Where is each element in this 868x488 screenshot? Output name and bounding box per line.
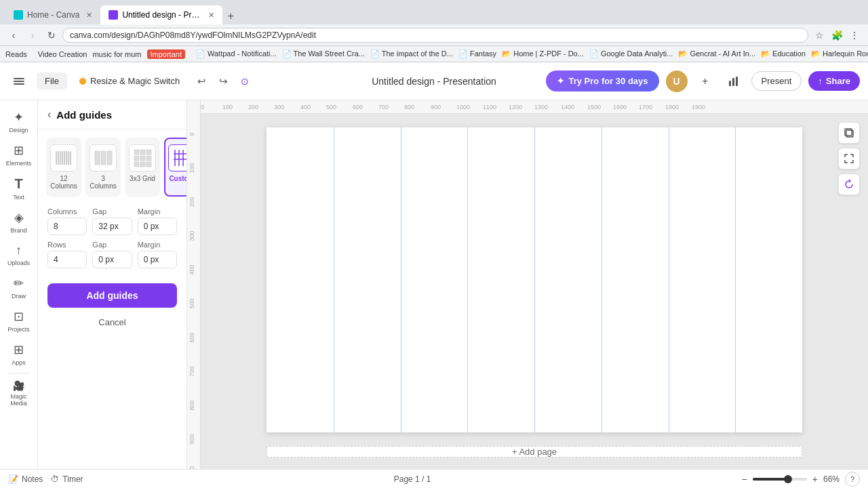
add-guides-button[interactable]: Add guides xyxy=(47,283,177,308)
undo-button[interactable]: ↩ xyxy=(192,72,211,91)
draw-icon: ✏ xyxy=(14,276,24,291)
columns-input[interactable] xyxy=(47,218,87,235)
preset-3x3-grid[interactable]: 3x3 Grid xyxy=(125,138,160,197)
sidebar-divider xyxy=(8,373,30,373)
rows-input[interactable] xyxy=(47,251,87,268)
browser-menu-button[interactable]: ⋮ xyxy=(846,27,863,43)
cancel-button[interactable]: Cancel xyxy=(38,312,186,333)
user-avatar[interactable]: U xyxy=(666,70,688,92)
svg-rect-15 xyxy=(101,151,106,165)
bookmark-reads[interactable]: Reads xyxy=(5,50,27,58)
preset-3-columns[interactable]: 3 Columns xyxy=(85,138,121,197)
expand-tool-button[interactable] xyxy=(838,148,860,169)
columns-gap-input[interactable] xyxy=(92,218,132,235)
help-button[interactable]: ? xyxy=(845,472,860,487)
sidebar-item-draw[interactable]: ✏ Draw xyxy=(4,272,34,304)
sidebar-item-design[interactable]: ✦ Design xyxy=(4,106,34,138)
magic-media-icon: 🎥 xyxy=(13,380,24,391)
expand-icon xyxy=(844,153,854,164)
notes-button[interactable]: 📝 Notes xyxy=(8,474,43,484)
svg-rect-20 xyxy=(134,156,139,161)
share-label: Share xyxy=(826,76,850,86)
bookmark-music-for-mum[interactable]: music for mum xyxy=(92,50,141,58)
add-page-button[interactable]: + Add page xyxy=(267,446,802,458)
bottom-bar-center: Page 1 / 1 xyxy=(92,474,734,484)
svg-text:1100: 1100 xyxy=(483,104,496,110)
svg-rect-13 xyxy=(70,151,71,165)
sidebar-uploads-label: Uploads xyxy=(7,260,30,266)
bookmark-video-creation[interactable]: Video Creation xyxy=(38,50,87,58)
canvas-scroll-area[interactable]: + Add page ∧ xyxy=(201,114,868,469)
copy-tool-button[interactable] xyxy=(838,122,860,144)
bookmark-gencrat[interactable]: 📂 Gencrat - AI Art In... xyxy=(678,49,755,58)
rows-gap-input[interactable] xyxy=(92,251,132,268)
nav-back-button[interactable]: ‹ xyxy=(5,27,22,43)
panel-back-button[interactable]: ‹ xyxy=(47,108,51,121)
bookmark-harlequin[interactable]: 📂 Harlequin Romance... xyxy=(811,49,868,58)
extensions-button[interactable]: 🧩 xyxy=(829,27,845,43)
zoom-level-label: 66% xyxy=(823,474,840,484)
timer-button[interactable]: ⏱ Timer xyxy=(51,474,83,484)
svg-rect-1 xyxy=(14,81,24,82)
tab-design-close[interactable]: ✕ xyxy=(208,11,214,20)
sidebar-item-text[interactable]: T Text xyxy=(4,172,34,205)
sidebar-item-elements[interactable]: ⊞ Elements xyxy=(4,139,34,171)
share-button[interactable]: ↑ Share xyxy=(808,71,860,91)
sidebar-item-uploads[interactable]: ↑ Uploads xyxy=(4,239,34,270)
left-sidebar: ✦ Design ⊞ Elements T Text ◈ Brand ↑ Upl… xyxy=(0,100,38,469)
add-user-button[interactable]: + xyxy=(694,70,716,92)
bookmark-important[interactable]: Important xyxy=(147,49,185,59)
redo-button[interactable]: ↪ xyxy=(214,72,233,91)
columns-gap-field-group: Gap xyxy=(92,207,132,235)
canvas-page[interactable] xyxy=(267,127,802,432)
analytics-button[interactable] xyxy=(723,70,745,92)
svg-text:800: 800 xyxy=(189,400,195,410)
svg-text:200: 200 xyxy=(248,104,258,110)
bookmark-google-data[interactable]: 📄 Google Data Analyti... xyxy=(589,49,673,58)
columns-margin-input[interactable] xyxy=(138,218,177,235)
bookmark-zpdf[interactable]: 📂 Home | Z-PDF - Do... xyxy=(502,49,584,58)
bookmark-star-button[interactable]: ☆ xyxy=(811,27,827,43)
sidebar-item-brand[interactable]: ◈ Brand xyxy=(4,206,34,238)
tab-design-label: Untitled design - Presentation xyxy=(122,10,201,20)
preset-12-columns[interactable]: 12 Columns xyxy=(46,138,81,197)
address-bar[interactable]: canva.com/design/DAGhP08md8Y/ywdFOlmNILM… xyxy=(62,28,808,43)
tab-home-canva[interactable]: Home - Canva ✕ xyxy=(5,5,100,24)
nav-refresh-button[interactable]: ↻ xyxy=(43,27,60,43)
zoom-in-button[interactable]: + xyxy=(812,474,818,485)
main-menu-button[interactable] xyxy=(8,70,30,92)
new-tab-button[interactable]: + xyxy=(222,8,239,24)
zoom-out-button[interactable]: − xyxy=(742,474,747,485)
menu-icon xyxy=(12,75,26,88)
preset-3-label: 3 Columns xyxy=(90,175,117,190)
bookmark-wsj[interactable]: 📄 The Wall Street Cra... xyxy=(282,49,365,58)
try-pro-button[interactable]: ✦ Try Pro for 30 days xyxy=(546,70,658,92)
text-icon: T xyxy=(14,176,22,192)
columns-row: Columns Gap Margin xyxy=(47,207,177,235)
preset-custom[interactable]: Custom xyxy=(164,138,187,197)
file-button[interactable]: File xyxy=(37,73,67,89)
svg-rect-2 xyxy=(14,83,24,85)
tab-untitled-design[interactable]: Untitled design - Presentation ✕ xyxy=(100,5,222,24)
tab-bar: Home - Canva ✕ Untitled design - Present… xyxy=(5,0,863,24)
magic-switch-button[interactable]: Resize & Magic Switch xyxy=(74,73,185,89)
sidebar-text-label: Text xyxy=(13,194,24,201)
nav-forward-button[interactable]: › xyxy=(24,27,41,43)
rows-margin-input[interactable] xyxy=(138,251,177,268)
bookmark-wattpad[interactable]: 📄 Wattpad - Notificati... xyxy=(196,49,277,58)
svg-text:900: 900 xyxy=(189,434,195,444)
zoom-slider[interactable] xyxy=(753,478,807,481)
tab-home-close[interactable]: ✕ xyxy=(86,11,92,20)
sidebar-item-apps[interactable]: ⊞ Apps xyxy=(4,338,34,370)
bottom-bar: 📝 Notes ⏱ Timer Page 1 / 1 − + 66% ? xyxy=(0,469,868,488)
bookmark-fantasy[interactable]: 📄 Fantasy xyxy=(458,49,496,58)
sidebar-item-magic-media[interactable]: 🎥 Magic Media xyxy=(4,376,34,411)
bookmark-impact[interactable]: 📄 The impact of the D... xyxy=(370,49,453,58)
refresh-tool-button[interactable] xyxy=(838,174,860,195)
svg-text:300: 300 xyxy=(274,104,284,110)
sidebar-item-projects[interactable]: ⊡ Projects xyxy=(4,305,34,337)
panel-header: ‹ Add guides xyxy=(38,100,186,129)
bookmark-education[interactable]: 📂 Education xyxy=(761,49,806,58)
present-button[interactable]: Present xyxy=(751,71,802,91)
sidebar-magic-media-label: Magic Media xyxy=(7,393,31,407)
